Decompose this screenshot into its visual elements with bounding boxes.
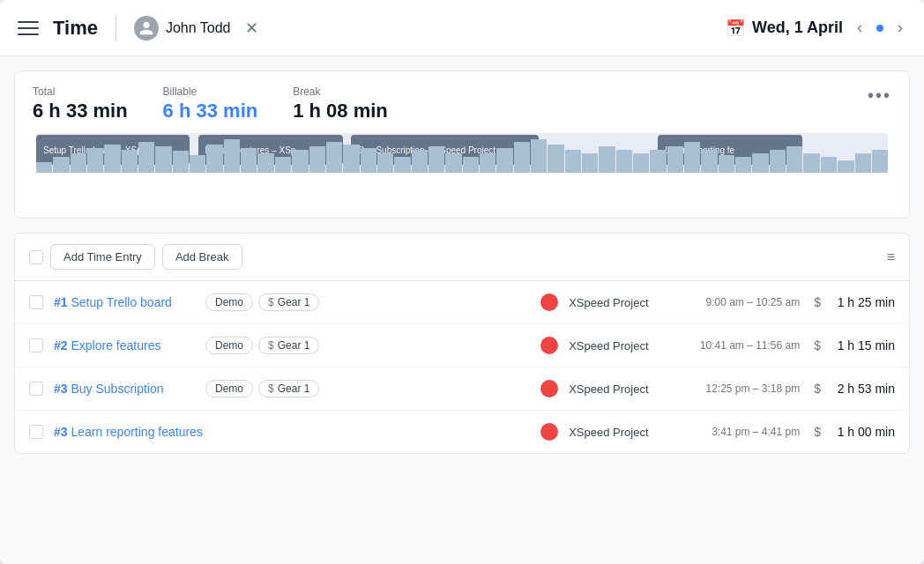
entries-toolbar: Add Time Entry Add Break ≡	[15, 234, 909, 281]
next-day-button[interactable]: ›	[890, 15, 910, 41]
entry-checkbox[interactable]	[29, 338, 43, 352]
entries-card: Add Time Entry Add Break ≡ #1 Setup Trel…	[14, 233, 910, 454]
date-nav: 📅 Wed, 1 April ‹ ›	[726, 15, 910, 41]
billable-summary: Billable 6 h 33 min	[163, 85, 258, 122]
main-content: Total 6 h 33 min Billable 6 h 33 min Bre…	[0, 56, 924, 564]
project-color-dot	[540, 293, 558, 311]
entry-duration: 1 h 00 min	[831, 425, 895, 439]
entry-duration: 2 h 53 min	[831, 382, 895, 396]
entry-checkbox[interactable]	[29, 382, 43, 396]
entry-checkbox[interactable]	[29, 425, 43, 439]
entry-time-range: 3:41 pm – 4:41 pm	[676, 426, 800, 438]
prev-day-button[interactable]: ‹	[850, 15, 869, 41]
add-break-button[interactable]: Add Break	[162, 244, 242, 270]
entry-duration: 1 h 15 min	[831, 338, 895, 352]
entry-tags: Demo $ Gear 1	[205, 337, 319, 354]
close-icon[interactable]: ✕	[245, 19, 258, 38]
demo-tag[interactable]: Demo	[205, 380, 253, 397]
user-info: John Todd ✕	[134, 16, 258, 41]
project-name: XSpeed Project	[569, 339, 666, 352]
break-label: Break	[293, 85, 388, 98]
entry-task[interactable]: #3 Buy Subscription	[54, 382, 195, 396]
billing-tag[interactable]: $ Gear 1	[258, 337, 319, 354]
entry-task[interactable]: #1 Setup Trello board	[54, 295, 195, 309]
billable-label: Billable	[163, 85, 258, 98]
billable-value: 6 h 33 min	[163, 100, 258, 122]
avatar	[134, 16, 159, 41]
app-window: Time John Todd ✕ 📅 Wed, 1 April ‹ › Tota…	[0, 0, 924, 564]
date-display: Wed, 1 April	[752, 19, 843, 37]
demo-tag[interactable]: Demo	[205, 337, 253, 354]
table-row: #1 Setup Trello board Demo $ Gear 1 XSpe…	[15, 281, 909, 324]
summary-row: Total 6 h 33 min Billable 6 h 33 min Bre…	[33, 85, 891, 122]
more-options-button[interactable]: •••	[868, 85, 891, 106]
entries-list: #1 Setup Trello board Demo $ Gear 1 XSpe…	[15, 281, 909, 453]
entry-tags: Demo $ Gear 1	[205, 293, 319, 311]
project-name: XSpeed Project	[569, 382, 666, 396]
calendar-icon: 📅	[726, 19, 745, 38]
summary-card: Total 6 h 33 min Billable 6 h 33 min Bre…	[14, 70, 910, 219]
filter-icon[interactable]: ≡	[887, 249, 895, 265]
header: Time John Todd ✕ 📅 Wed, 1 April ‹ ›	[0, 0, 924, 56]
user-name: John Todd	[166, 20, 231, 36]
add-time-entry-button[interactable]: Add Time Entry	[50, 244, 155, 270]
table-row: #3 Learn reporting features XSpeed Proje…	[15, 411, 909, 453]
billing-tag[interactable]: $ Gear 1	[258, 380, 319, 397]
total-value: 6 h 33 min	[33, 100, 128, 122]
billable-icon: $	[814, 338, 821, 352]
entry-time-range: 12:25 pm – 3:18 pm	[676, 382, 800, 395]
billable-icon: $	[814, 425, 821, 439]
entry-time-range: 10:41 am – 11:56 am	[676, 339, 800, 352]
entry-time-range: 9:00 am – 10:25 am	[676, 296, 800, 308]
project-name: XSpeed Project	[569, 296, 666, 309]
table-row: #3 Buy Subscription Demo $ Gear 1 XSpeed…	[15, 367, 909, 411]
timeline: Setup Trello board – XSpe Explore featur…	[33, 133, 891, 204]
table-row: #2 Explore features Demo $ Gear 1 XSpeed…	[15, 324, 909, 367]
project-color-dot	[540, 380, 558, 397]
entry-duration: 1 h 25 min	[831, 295, 895, 309]
header-left: Time John Todd ✕	[14, 14, 726, 42]
entry-tags: Demo $ Gear 1	[205, 380, 319, 397]
break-summary: Break 1 h 08 min	[293, 85, 388, 122]
menu-icon[interactable]	[14, 14, 42, 42]
billing-tag[interactable]: $ Gear 1	[258, 293, 319, 311]
entry-task[interactable]: #2 Explore features	[54, 338, 195, 352]
project-name: XSpeed Project	[569, 426, 666, 439]
total-summary: Total 6 h 33 min	[33, 85, 128, 122]
today-dot[interactable]	[876, 25, 883, 32]
dollar-icon: $	[268, 296, 274, 308]
app-title: Time	[53, 17, 98, 40]
total-label: Total	[33, 85, 128, 98]
header-divider	[116, 16, 116, 41]
project-color-dot	[540, 423, 558, 441]
project-color-dot	[540, 337, 558, 354]
break-value: 1 h 08 min	[293, 100, 388, 122]
dollar-icon: $	[268, 339, 274, 352]
select-all-checkbox[interactable]	[29, 250, 43, 264]
billable-icon: $	[814, 382, 821, 396]
billable-icon: $	[814, 295, 821, 309]
entry-task[interactable]: #3 Learn reporting features	[54, 425, 203, 439]
demo-tag[interactable]: Demo	[205, 293, 253, 311]
entry-checkbox[interactable]	[29, 295, 43, 309]
dollar-icon: $	[268, 382, 274, 395]
